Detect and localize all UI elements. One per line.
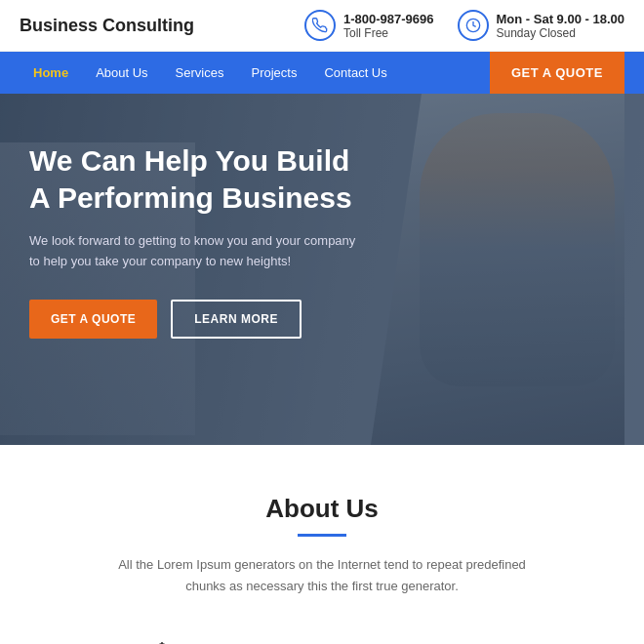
- nav-links: Home About Us Services Projects Contact …: [20, 54, 401, 92]
- nav-cta-button[interactable]: GET A QUOTE: [490, 52, 624, 94]
- hero-section: We Can Help You Build A Performing Busin…: [0, 94, 644, 445]
- about-section: About Us All the Lorem Ipsum generators …: [0, 445, 644, 644]
- main-nav: Home About Us Services Projects Contact …: [0, 52, 644, 94]
- hero-quote-button[interactable]: GET A QUOTE: [29, 300, 157, 339]
- about-features: MANAGEMENT DEVELOPMENT: [29, 632, 615, 644]
- phone-contact: 1-800-987-9696 Toll Free: [304, 10, 434, 41]
- feature-management: MANAGEMENT: [88, 632, 205, 644]
- about-divider: [298, 534, 346, 537]
- feature-fast-support: FAST SUPPORT: [439, 632, 556, 644]
- hero-title: We Can Help You Build A Performing Busin…: [29, 142, 361, 216]
- management-icon: [115, 632, 178, 644]
- about-title: About Us: [29, 494, 615, 524]
- nav-projects[interactable]: Projects: [237, 54, 310, 92]
- nav-home[interactable]: Home: [20, 54, 82, 92]
- phone-text: 1-800-987-9696 Toll Free: [343, 12, 434, 40]
- feature-development: DEVELOPMENT: [263, 632, 381, 644]
- development-icon: [291, 632, 353, 644]
- phone-icon: [304, 10, 336, 41]
- about-description: All the Lorem Ipsum generators on the In…: [98, 554, 546, 597]
- clock-icon: [458, 10, 489, 41]
- hero-subtitle: We look forward to getting to know you a…: [29, 231, 361, 272]
- nav-services[interactable]: Services: [162, 54, 238, 92]
- site-logo: Business Consulting: [20, 16, 194, 36]
- fast-support-icon: [466, 632, 529, 644]
- hero-content: We Can Help You Build A Performing Busin…: [29, 142, 361, 339]
- hero-learn-button[interactable]: LEARN MORE: [171, 300, 302, 339]
- header: Business Consulting 1-800-987-9696 Toll …: [0, 0, 644, 52]
- hero-buttons: GET A QUOTE LEARN MORE: [29, 300, 361, 339]
- hours-contact: Mon - Sat 9.00 - 18.00 Sunday Closed: [458, 10, 625, 41]
- header-contact: 1-800-987-9696 Toll Free Mon - Sat 9.00 …: [304, 10, 624, 41]
- nav-about[interactable]: About Us: [82, 54, 161, 92]
- hours-text: Mon - Sat 9.00 - 18.00 Sunday Closed: [497, 12, 625, 40]
- nav-contact[interactable]: Contact Us: [310, 54, 400, 92]
